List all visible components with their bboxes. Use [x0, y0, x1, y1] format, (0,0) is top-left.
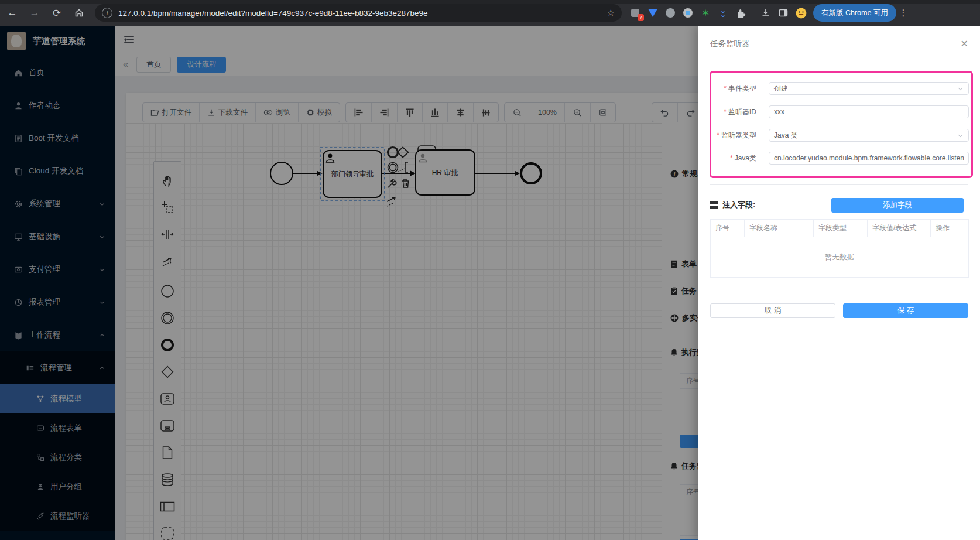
extension-dot-icon[interactable] [683, 8, 693, 18]
extension-badge-icon[interactable]: 7 [630, 8, 640, 18]
col-ops: 操作 [931, 220, 968, 237]
col-value: 字段值/表达式 [868, 220, 931, 237]
col-name: 字段名称 [745, 220, 814, 237]
side-panel-icon[interactable] [778, 8, 789, 18]
bookmark-star-icon[interactable]: ☆ [607, 8, 615, 18]
event-type-select[interactable]: 创建 [769, 82, 969, 95]
browser-menu-icon[interactable]: ⋮ [899, 8, 908, 18]
toolbar-divider [753, 8, 753, 18]
extension-icons: 7 ✶ ⌄⌄ [630, 8, 806, 18]
add-field-button[interactable]: 添加字段 [831, 198, 964, 213]
save-button[interactable]: 保 存 [843, 303, 968, 318]
extension-star-icon[interactable]: ✶ [700, 8, 711, 18]
listener-id-input[interactable] [769, 105, 969, 118]
section-divider [710, 184, 968, 185]
listener-type-select[interactable]: Java 类 [769, 129, 969, 142]
extension-kite-icon[interactable] [647, 8, 658, 18]
profile-avatar[interactable] [796, 8, 806, 18]
empty-placeholder: 暂无数据 [711, 237, 968, 277]
drawer-close-icon[interactable]: ✕ [961, 39, 968, 49]
inject-fields-label: 注入字段: [722, 200, 755, 210]
cancel-button[interactable]: 取 消 [710, 303, 835, 318]
col-seq: 序号 [711, 220, 745, 237]
field-label-event-type: *事件类型 [692, 84, 756, 94]
field-label-java-class: *Java类 [692, 153, 756, 163]
home-icon[interactable] [69, 3, 89, 23]
forward-icon[interactable]: → [25, 3, 44, 23]
site-info-icon[interactable]: i [102, 8, 112, 18]
inject-fields-table: 序号 字段名称 字段类型 字段值/表达式 操作 暂无数据 [710, 219, 969, 278]
field-label-listener-type: *监听器类型 [692, 131, 756, 141]
address-bar[interactable]: i 127.0.0.1/bpm/manager/model/edit?model… [95, 4, 622, 22]
downloads-icon[interactable] [760, 8, 771, 18]
java-class-input[interactable] [769, 152, 969, 165]
extensions-puzzle-icon[interactable] [735, 8, 746, 18]
chrome-update-button[interactable]: 有新版 Chrome 可用 [813, 4, 896, 22]
grid-icon [710, 201, 718, 209]
col-type: 字段类型 [814, 220, 868, 237]
chevron-down-icon [957, 132, 964, 139]
url-text: 127.0.0.1/bpm/manager/model/edit?modelId… [118, 9, 428, 18]
extension-grey-icon[interactable] [665, 8, 676, 18]
app-root: ← → ⟳ i 127.0.0.1/bpm/manager/model/edit… [0, 0, 980, 540]
reload-icon[interactable]: ⟳ [47, 3, 67, 23]
back-icon[interactable]: ← [2, 3, 22, 23]
chevron-down-icon [957, 86, 964, 92]
extension-chevrons-icon[interactable]: ⌄⌄ [718, 8, 728, 18]
drawer-title: 任务监听器 [710, 39, 750, 49]
field-label-listener-id: *监听器ID [692, 107, 756, 117]
modal-mask[interactable] [0, 26, 698, 540]
task-listener-drawer: 任务监听器 ✕ *事件类型 创建 *监听器ID *监听器类型 Java 类 *J… [698, 26, 980, 540]
browser-toolbar: ← → ⟳ i 127.0.0.1/bpm/manager/model/edit… [0, 0, 980, 26]
